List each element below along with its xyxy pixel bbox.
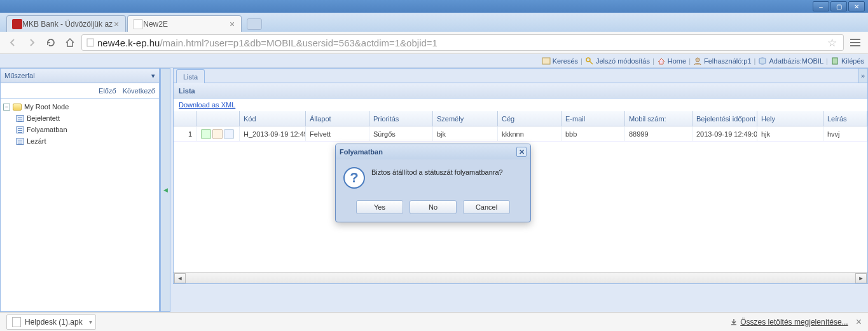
col-leiras[interactable]: Leírás xyxy=(823,111,867,126)
leaf-icon xyxy=(15,137,25,145)
menu-icon xyxy=(850,39,860,40)
file-icon xyxy=(12,317,21,327)
browser-tab-strip: MKB Bank - Üdvözöljük az × New2E × xyxy=(0,13,868,32)
horizontal-scrollbar[interactable]: ◄ ► xyxy=(174,272,867,283)
download-bar-close-icon[interactable]: × xyxy=(856,316,862,328)
action-icon-2[interactable] xyxy=(212,129,223,139)
tab-close-icon[interactable]: × xyxy=(113,19,120,29)
show-all-downloads-link[interactable]: Összes letöltés megjelenítése... xyxy=(730,318,848,327)
tab-title: New2E xyxy=(143,20,168,29)
dialog-message: Biztos átállítod a státuszát folyamatban… xyxy=(371,167,503,176)
sidebar-title: Műszerfal xyxy=(4,72,35,79)
col-allapot[interactable]: Állapot xyxy=(306,111,369,126)
col-idopont[interactable]: Bejelentési időpont xyxy=(692,111,757,126)
arrow-right-icon xyxy=(27,37,37,48)
col-ceg[interactable]: Cég xyxy=(498,111,561,126)
dialog-titlebar[interactable]: Folyamatban ✕ xyxy=(336,144,530,159)
action-icon-3[interactable] xyxy=(224,129,234,139)
new-tab-button[interactable] xyxy=(247,18,262,30)
page-icon xyxy=(86,38,95,47)
window-maximize-button[interactable]: ▢ xyxy=(830,1,847,11)
tree-item-bejelentett[interactable]: Bejelentett xyxy=(3,112,156,124)
home-link[interactable]: Home xyxy=(657,57,686,65)
book-icon xyxy=(542,57,551,65)
col-szemely[interactable]: Személy xyxy=(433,111,498,126)
dialog-no-button[interactable]: No xyxy=(410,200,457,214)
svg-rect-5 xyxy=(832,58,837,64)
col-mobil[interactable]: Mobil szám: xyxy=(625,111,692,126)
sidebar: Műszerfal ▾ Előző Következő − My Root No… xyxy=(0,68,160,312)
scroll-track[interactable] xyxy=(186,274,855,283)
download-bar: Helpdesk (1).apk Összes letöltés megjele… xyxy=(0,312,868,331)
cell-kod: H_2013-09-19 12:49 xyxy=(240,126,306,141)
col-kod[interactable]: Kód xyxy=(240,111,306,126)
cell-actions xyxy=(196,126,240,141)
dialog-close-button[interactable]: ✕ xyxy=(516,147,527,157)
tab-lista[interactable]: Lista xyxy=(176,69,205,83)
folder-icon xyxy=(12,102,22,111)
cell-prioritas: Sürgős xyxy=(369,126,433,141)
browser-menu-button[interactable] xyxy=(848,35,863,50)
tree-root[interactable]: − My Root Node xyxy=(3,101,156,112)
database-link[interactable]: Adatbázis:MOBIL xyxy=(758,57,823,65)
tree-item-label: Bejelentett xyxy=(27,114,60,122)
home-button[interactable] xyxy=(62,35,78,50)
home-icon xyxy=(657,57,666,65)
tab-close-icon[interactable]: × xyxy=(228,19,236,29)
cell-allapot: Felvett xyxy=(306,126,369,141)
cell-ceg: kkknnn xyxy=(498,126,561,141)
search-link[interactable]: Keresés xyxy=(542,57,578,65)
sidebar-collapse-button[interactable]: ◀ xyxy=(160,68,170,312)
tree-item-lezart[interactable]: Lezárt xyxy=(3,135,156,147)
database-icon xyxy=(758,57,767,65)
back-button[interactable] xyxy=(5,35,20,50)
url-path: /main.html?user=p1&db=MOBIL&usersid=563&… xyxy=(160,37,437,48)
scroll-right-icon[interactable]: ► xyxy=(855,273,867,283)
dialog-button-row: Yes No Cancel xyxy=(336,196,530,222)
col-email[interactable]: E-mail xyxy=(561,111,625,126)
url-host: new4e.k-ep.hu xyxy=(97,37,160,48)
reload-icon xyxy=(46,37,56,48)
logout-link[interactable]: Kilépés xyxy=(830,57,864,65)
tree-collapse-icon[interactable]: − xyxy=(3,104,10,111)
home-icon xyxy=(65,37,75,48)
window-close-button[interactable]: ✕ xyxy=(848,1,865,11)
user-link[interactable]: Felhasználó:p1 xyxy=(693,57,752,65)
leaf-icon xyxy=(15,114,25,123)
sidebar-tree: − My Root Node Bejelentett Folyamatban L… xyxy=(0,98,160,312)
download-chip[interactable]: Helpdesk (1).apk xyxy=(6,314,96,330)
dialog-cancel-button[interactable]: Cancel xyxy=(463,200,510,214)
scroll-left-icon[interactable]: ◄ xyxy=(174,273,186,283)
reload-button[interactable] xyxy=(43,35,59,50)
cell-idopont: 2013-09-19 12:49:0 xyxy=(692,126,757,141)
address-bar[interactable]: new4e.k-ep.hu/main.html?user=p1&db=MOBIL… xyxy=(81,34,844,51)
download-xml-link[interactable]: Download as XML xyxy=(179,101,235,109)
col-prioritas[interactable]: Prioritás xyxy=(369,111,433,126)
password-link[interactable]: Jelszó módosítás xyxy=(585,57,650,65)
grid-header: Kód Állapot Prioritás Személy Cég E-mail… xyxy=(174,111,867,126)
table-row[interactable]: 1 H_2013-09-19 12:49 Felvett Sürgős bjk … xyxy=(174,126,867,142)
tab-title: MKB Bank - Üdvözöljük az xyxy=(22,20,113,29)
forward-button[interactable] xyxy=(24,35,39,50)
col-actions[interactable] xyxy=(196,111,240,126)
dialog-yes-button[interactable]: Yes xyxy=(356,200,403,214)
list-panel-title: Lista xyxy=(173,83,868,98)
prev-button[interactable]: Előző xyxy=(99,87,116,95)
leaf-icon xyxy=(15,125,25,134)
svg-rect-0 xyxy=(87,39,93,46)
tree-item-folyamatban[interactable]: Folyamatban xyxy=(3,124,156,135)
dialog-title: Folyamatban xyxy=(340,148,383,156)
bookmark-star-icon[interactable]: ☆ xyxy=(825,36,839,50)
sidebar-nav-row: Előző Következő xyxy=(0,83,160,98)
col-hely[interactable]: Hely xyxy=(757,111,823,126)
sidebar-dropdown-icon[interactable]: ▾ xyxy=(151,72,155,80)
browser-tab-active[interactable]: New2E × xyxy=(127,15,242,32)
svg-rect-1 xyxy=(542,58,550,64)
right-collapse-button[interactable]: » xyxy=(858,68,868,83)
window-minimize-button[interactable]: – xyxy=(813,1,829,11)
browser-tab[interactable]: MKB Bank - Üdvözöljük az × xyxy=(6,15,126,32)
next-button[interactable]: Következő xyxy=(123,87,155,95)
col-rownum[interactable] xyxy=(174,111,196,126)
action-icon-1[interactable] xyxy=(201,129,211,139)
favicon-icon xyxy=(133,19,143,29)
